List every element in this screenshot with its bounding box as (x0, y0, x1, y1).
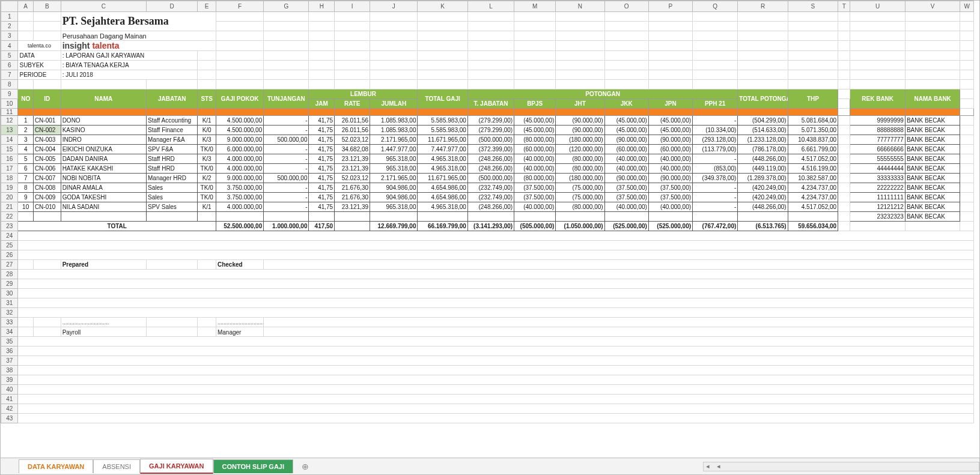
company-sub: Perusahaan Dagang Mainan (61, 31, 216, 41)
table-row[interactable]: 187CN-007NOBI NOBITAManager HRDK/29.000.… (1, 174, 974, 183)
total-bpjs: (505.000,00) (514, 222, 556, 231)
add-sheet-icon[interactable]: ⊕ (298, 462, 312, 471)
hdr-tg: TOTAL GAJI (418, 89, 467, 109)
tab-data-karyawan[interactable]: DATA KARYAWAN (19, 459, 93, 473)
total-jum: 12.669.799,00 (370, 222, 418, 231)
sign-prep-label: Prepared (61, 260, 146, 270)
sign-prep-line: ............................... (61, 318, 146, 327)
meta-data-value: : LAPORAN GAJI KARYAWAN (61, 51, 198, 61)
total-pph: (767.472,00) (693, 222, 738, 231)
meta-sub-value: : BIAYA TENAGA KERJA (61, 61, 198, 70)
table-row[interactable]: 154CN-004EIKICHI ONIZUKASPV F&ATK/06.000… (1, 145, 974, 154)
hdr-rek: REK BANK (850, 89, 905, 109)
total-tj: (3.141.293,00) (467, 222, 514, 231)
meta-per-value: : JULI 2018 (61, 70, 198, 80)
hdr-tun: TUNJANGAN (264, 89, 309, 109)
table-row[interactable]: 143CN-003INDROManager F&AK/39.000.000,00… (1, 135, 974, 145)
total-tpot: (6.513.765) (738, 222, 788, 231)
hdr-thp: THP (788, 89, 838, 109)
hdr-jht: JHT (556, 99, 604, 109)
site-label: talenta.co (18, 41, 61, 51)
meta-data-label: DATA (18, 51, 61, 61)
table-row[interactable]: 132CN-002KASINOStaff FinanceK/04.500.000… (1, 126, 974, 135)
horizontal-scrollbar[interactable]: ◂◂ (703, 462, 979, 471)
total-gp: 52.500.000,00 (216, 222, 263, 231)
hdr-gp: GAJI POKOK (216, 89, 263, 109)
total-jam: 417,50 (309, 222, 335, 231)
table-row[interactable]: 165CN-005DADAN DANIRAStaff HRDK/34.000.0… (1, 154, 974, 164)
meta-per-label: PERIODE (18, 70, 61, 80)
orange-divider: 11 (1, 109, 974, 116)
total-tg: 66.169.799,00 (418, 222, 467, 231)
total-jht: (1.050.000,00) (556, 222, 604, 231)
spreadsheet-window: ABCDEFGHIJKLMNOPQRSTUVW 1PT. Sejahtera B… (0, 0, 980, 475)
column-headers[interactable]: ABCDEFGHIJKLMNOPQRSTUVW (1, 1, 974, 12)
table-row[interactable]: 198CN-008DINAR AMALASalesTK/03.750.000,0… (1, 183, 974, 193)
hdr-bank: NAMA BANK (905, 89, 960, 109)
table-row[interactable]: 209CN-009GODA TAKESHISalesTK/03.750.000,… (1, 193, 974, 202)
hdr-lembur: LEMBUR (309, 89, 418, 99)
total-tun: 1.000.000,00 (264, 222, 309, 231)
company-name: PT. Sejahtera Bersama (61, 12, 216, 31)
hdr-id: ID (33, 89, 61, 109)
total-thp: 59.656.034,00 (788, 222, 838, 231)
total-jpn: (525.000,00) (648, 222, 692, 231)
tab-absensi[interactable]: ABSENSI (93, 459, 140, 473)
hdr-pph: PPH 21 (693, 99, 738, 109)
extra-bank[interactable]: BANK BECAK (905, 212, 960, 222)
hdr-tpot: TOTAL POTONGAN (738, 89, 788, 109)
tab-contoh-slip[interactable]: CONTOH SLIP GAJI (213, 459, 294, 473)
hdr-jum: JUMLAH (370, 99, 418, 109)
hdr-rate: RATE (335, 99, 370, 109)
table-row[interactable]: 2110CN-010NILA SADANISPV SalesK/14.000.0… (1, 202, 974, 212)
sign-check-label: Checked (216, 260, 263, 270)
hdr-no: NO (18, 89, 33, 109)
hdr-jkk: JKK (604, 99, 648, 109)
hdr-jam: JAM (309, 99, 335, 109)
sheet-tabs: DATA KARYAWAN ABSENSI GAJI KARYAWAN CONT… (1, 458, 979, 474)
table-row[interactable]: 176CN-006HATAKE KAKASHIStaff HRDTK/04.00… (1, 164, 974, 174)
hdr-jpn: JPN (648, 99, 692, 109)
grid-area[interactable]: ABCDEFGHIJKLMNOPQRSTUVW 1PT. Sejahtera B… (1, 1, 979, 458)
hdr-bpjs: BPJS (514, 99, 556, 109)
total-label: TOTAL (18, 222, 216, 231)
total-jkk: (525.000,00) (604, 222, 648, 231)
hdr-sts: STS (198, 89, 216, 109)
extra-rek[interactable]: 23232323 (850, 212, 905, 222)
hdr-tj: T. JABATAN (467, 99, 514, 109)
sign-payroll: Payroll (61, 327, 146, 337)
table-row[interactable]: 121CN-001DONOStaff AccountingK/14.500.00… (1, 116, 974, 126)
meta-sub-label: SUBYEK (18, 61, 61, 70)
total-rate (335, 222, 370, 231)
hdr-pot: POTONGAN (467, 89, 737, 99)
hdr-nama: NAMA (61, 89, 146, 109)
tab-gaji-karyawan[interactable]: GAJI KARYAWAN (140, 459, 213, 474)
brand-logo: insight talenta (61, 41, 216, 51)
hdr-jab: JABATAN (147, 89, 198, 109)
sign-manager: Manager (216, 327, 263, 337)
sign-check-line: ............................... (216, 318, 263, 327)
